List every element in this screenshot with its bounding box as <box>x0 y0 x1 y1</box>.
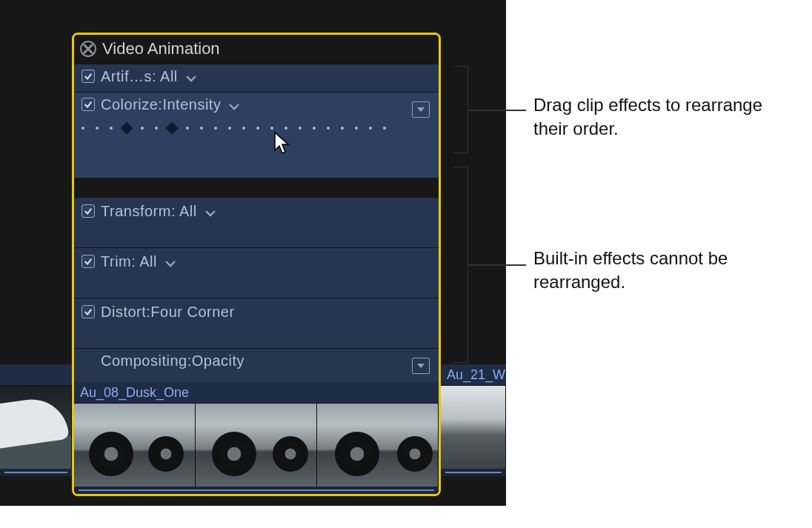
effect-row-artif[interactable]: Artif…s: All <box>74 64 439 93</box>
effect-label: Compositing:Opacity <box>101 352 244 370</box>
expand-icon[interactable] <box>412 358 430 374</box>
panel-header: Video Animation <box>74 35 439 64</box>
effect-row-distort[interactable]: Distort:Four Corner <box>74 298 439 349</box>
checkbox[interactable] <box>81 98 95 111</box>
section-gap <box>74 178 439 198</box>
effect-label: Distort:Four Corner <box>101 304 235 321</box>
keyframe-diamond[interactable] <box>121 122 133 135</box>
thumbnail-strip[interactable] <box>74 404 439 487</box>
chevron-down-icon[interactable] <box>228 98 240 115</box>
clip-name-left <box>0 364 72 386</box>
checkbox[interactable] <box>81 70 95 83</box>
expand-icon[interactable] <box>412 101 430 118</box>
callout-drag: Drag clip effects to rearrange their ord… <box>533 93 778 141</box>
timeline-clip-right[interactable]: Au_21_W <box>441 364 506 478</box>
timeline-clip-left[interactable] <box>0 364 72 478</box>
video-animation-panel: Video Animation Artif…s: All Colorize:In… <box>72 33 441 496</box>
keyframe-diamond[interactable] <box>166 122 179 135</box>
callout-builtin: Built-in effects cannot be rearranged. <box>533 247 778 295</box>
effect-label: Transform: All <box>101 203 197 220</box>
chevron-down-icon[interactable] <box>185 70 197 87</box>
chevron-down-icon[interactable] <box>204 204 216 221</box>
callout-bracket <box>453 167 468 363</box>
clip-timeline[interactable]: Au_08_Dusk_One <box>74 382 439 494</box>
clip-name-right: Au_21_W <box>441 364 506 386</box>
scrub-bar[interactable] <box>74 487 439 494</box>
effect-row-transform[interactable]: Transform: All <box>74 198 439 248</box>
scrub-bar[interactable] <box>0 469 72 476</box>
effect-label: Colorize:Intensity <box>101 96 221 113</box>
panel-title: Video Animation <box>102 39 220 59</box>
callout-leader <box>468 110 526 111</box>
close-icon[interactable] <box>80 41 96 57</box>
checkbox[interactable] <box>81 255 95 268</box>
effect-row-colorize[interactable]: Colorize:Intensity <box>74 93 439 178</box>
keyframe-track[interactable] <box>81 124 431 133</box>
callout-bracket <box>453 66 468 153</box>
effect-label: Artif…s: All <box>101 68 178 85</box>
effect-row-trim[interactable]: Trim: All <box>74 248 439 298</box>
effect-label: Trim: All <box>101 253 157 270</box>
scrub-bar[interactable] <box>441 469 506 476</box>
callout-leader <box>468 264 526 266</box>
checkbox[interactable] <box>81 305 95 318</box>
checkbox[interactable] <box>81 204 95 218</box>
chevron-down-icon[interactable] <box>164 255 176 272</box>
clip-name: Au_08_Dusk_One <box>74 382 439 404</box>
